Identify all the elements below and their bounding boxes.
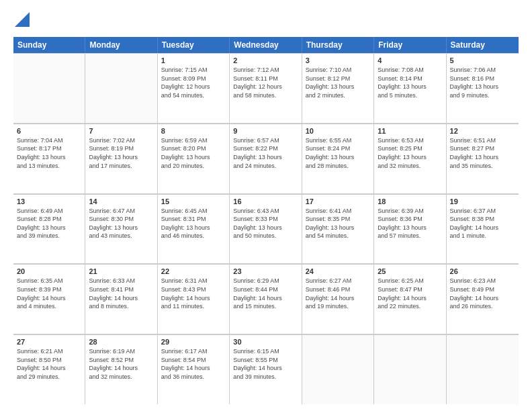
cell-info: Sunrise: 6:59 AM Sunset: 8:20 PM Dayligh… (161, 136, 226, 170)
cell-info: Sunrise: 6:55 AM Sunset: 8:24 PM Dayligh… (306, 136, 370, 170)
cal-week-1: 1Sunrise: 7:15 AM Sunset: 8:09 PM Daylig… (13, 53, 519, 124)
cell-info: Sunrise: 6:25 AM Sunset: 8:47 PM Dayligh… (378, 277, 442, 310)
day-number: 12 (450, 127, 515, 135)
cal-week-5: 27Sunrise: 6:21 AM Sunset: 8:50 PM Dayli… (13, 334, 519, 404)
cal-cell (374, 334, 446, 404)
cell-info: Sunrise: 7:08 AM Sunset: 8:14 PM Dayligh… (378, 66, 442, 99)
day-number: 11 (378, 127, 442, 135)
day-number: 22 (161, 267, 226, 275)
calendar-body: 1Sunrise: 7:15 AM Sunset: 8:09 PM Daylig… (13, 53, 519, 404)
cal-cell (302, 334, 374, 404)
day-number: 25 (378, 267, 442, 275)
cell-info: Sunrise: 6:47 AM Sunset: 8:30 PM Dayligh… (89, 207, 153, 240)
day-number: 17 (306, 197, 370, 205)
cal-header-tuesday: Tuesday (158, 37, 230, 53)
cal-header-thursday: Thursday (302, 37, 374, 53)
day-number: 13 (17, 197, 81, 205)
logo (13, 12, 30, 30)
day-number: 4 (378, 56, 442, 64)
day-number: 23 (233, 267, 298, 275)
cal-week-3: 13Sunrise: 6:49 AM Sunset: 8:28 PM Dayli… (13, 194, 519, 265)
day-number: 6 (17, 127, 81, 135)
cell-info: Sunrise: 6:21 AM Sunset: 8:50 PM Dayligh… (17, 347, 81, 381)
cal-cell: 22Sunrise: 6:31 AM Sunset: 8:43 PM Dayli… (158, 264, 230, 334)
day-number: 14 (89, 197, 153, 205)
cell-info: Sunrise: 6:53 AM Sunset: 8:25 PM Dayligh… (378, 136, 442, 170)
cell-info: Sunrise: 6:37 AM Sunset: 8:38 PM Dayligh… (450, 207, 515, 240)
cal-cell: 28Sunrise: 6:19 AM Sunset: 8:52 PM Dayli… (85, 334, 157, 404)
cal-cell: 29Sunrise: 6:17 AM Sunset: 8:54 PM Dayli… (158, 334, 230, 404)
day-number: 20 (17, 267, 81, 275)
day-number: 1 (161, 56, 226, 64)
cell-info: Sunrise: 6:49 AM Sunset: 8:28 PM Dayligh… (17, 207, 81, 240)
cal-cell: 11Sunrise: 6:53 AM Sunset: 8:25 PM Dayli… (374, 124, 446, 193)
cal-header-monday: Monday (85, 37, 157, 53)
cal-header-sunday: Sunday (13, 37, 85, 53)
day-number: 8 (161, 127, 226, 135)
day-number: 18 (378, 197, 442, 205)
cell-info: Sunrise: 6:35 AM Sunset: 8:39 PM Dayligh… (17, 277, 81, 310)
cell-info: Sunrise: 6:15 AM Sunset: 8:55 PM Dayligh… (233, 347, 298, 381)
cal-cell: 18Sunrise: 6:39 AM Sunset: 8:36 PM Dayli… (374, 194, 446, 264)
cal-cell: 1Sunrise: 7:15 AM Sunset: 8:09 PM Daylig… (158, 53, 230, 123)
cal-cell: 23Sunrise: 6:29 AM Sunset: 8:44 PM Dayli… (230, 264, 302, 334)
day-number: 10 (306, 127, 370, 135)
day-number: 29 (161, 338, 226, 346)
cell-info: Sunrise: 6:41 AM Sunset: 8:35 PM Dayligh… (306, 207, 370, 240)
cal-cell: 4Sunrise: 7:08 AM Sunset: 8:14 PM Daylig… (374, 53, 446, 123)
cal-cell: 15Sunrise: 6:45 AM Sunset: 8:31 PM Dayli… (158, 194, 230, 264)
cal-cell: 12Sunrise: 6:51 AM Sunset: 8:27 PM Dayli… (447, 124, 519, 193)
day-number: 16 (233, 197, 298, 205)
day-number: 2 (233, 56, 298, 64)
cal-cell: 10Sunrise: 6:55 AM Sunset: 8:24 PM Dayli… (302, 124, 374, 193)
cal-cell: 17Sunrise: 6:41 AM Sunset: 8:35 PM Dayli… (302, 194, 374, 264)
cell-info: Sunrise: 6:45 AM Sunset: 8:31 PM Dayligh… (161, 207, 226, 240)
cal-cell: 20Sunrise: 6:35 AM Sunset: 8:39 PM Dayli… (13, 264, 85, 334)
cal-week-2: 6Sunrise: 7:04 AM Sunset: 8:17 PM Daylig… (13, 124, 519, 194)
cell-info: Sunrise: 7:10 AM Sunset: 8:12 PM Dayligh… (306, 66, 370, 99)
cal-cell (13, 53, 85, 123)
day-number: 5 (450, 56, 515, 64)
cell-info: Sunrise: 7:12 AM Sunset: 8:11 PM Dayligh… (233, 66, 298, 99)
cell-info: Sunrise: 6:19 AM Sunset: 8:52 PM Dayligh… (89, 347, 153, 381)
svg-marker-0 (15, 12, 30, 27)
cell-info: Sunrise: 7:15 AM Sunset: 8:09 PM Dayligh… (161, 66, 226, 99)
cell-info: Sunrise: 6:27 AM Sunset: 8:46 PM Dayligh… (306, 277, 370, 310)
day-number: 26 (450, 267, 515, 275)
day-number: 24 (306, 267, 370, 275)
day-number: 30 (233, 338, 298, 346)
cal-cell: 5Sunrise: 7:06 AM Sunset: 8:16 PM Daylig… (447, 53, 519, 123)
cell-info: Sunrise: 6:23 AM Sunset: 8:49 PM Dayligh… (450, 277, 515, 310)
cal-cell: 19Sunrise: 6:37 AM Sunset: 8:38 PM Dayli… (447, 194, 519, 264)
cal-cell: 7Sunrise: 7:02 AM Sunset: 8:19 PM Daylig… (85, 124, 157, 193)
logo-icon (15, 12, 30, 27)
cell-info: Sunrise: 6:43 AM Sunset: 8:33 PM Dayligh… (233, 207, 298, 240)
cell-info: Sunrise: 6:29 AM Sunset: 8:44 PM Dayligh… (233, 277, 298, 310)
cell-info: Sunrise: 6:31 AM Sunset: 8:43 PM Dayligh… (161, 277, 226, 310)
cal-week-4: 20Sunrise: 6:35 AM Sunset: 8:39 PM Dayli… (13, 264, 519, 334)
cell-info: Sunrise: 6:17 AM Sunset: 8:54 PM Dayligh… (161, 347, 226, 381)
cell-info: Sunrise: 7:06 AM Sunset: 8:16 PM Dayligh… (450, 66, 515, 99)
cal-cell (85, 53, 157, 123)
cal-header-saturday: Saturday (447, 37, 519, 53)
cal-cell: 16Sunrise: 6:43 AM Sunset: 8:33 PM Dayli… (230, 194, 302, 264)
cell-info: Sunrise: 6:57 AM Sunset: 8:22 PM Dayligh… (233, 136, 298, 170)
cell-info: Sunrise: 6:51 AM Sunset: 8:27 PM Dayligh… (450, 136, 515, 170)
day-number: 28 (89, 338, 153, 346)
cal-cell: 6Sunrise: 7:04 AM Sunset: 8:17 PM Daylig… (13, 124, 85, 193)
day-number: 27 (17, 338, 81, 346)
cell-info: Sunrise: 7:02 AM Sunset: 8:19 PM Dayligh… (89, 136, 153, 170)
day-number: 7 (89, 127, 153, 135)
cal-cell: 25Sunrise: 6:25 AM Sunset: 8:47 PM Dayli… (374, 264, 446, 334)
cal-header-wednesday: Wednesday (230, 37, 302, 53)
cal-cell: 14Sunrise: 6:47 AM Sunset: 8:30 PM Dayli… (85, 194, 157, 264)
cell-info: Sunrise: 7:04 AM Sunset: 8:17 PM Dayligh… (17, 136, 81, 170)
cal-cell: 26Sunrise: 6:23 AM Sunset: 8:49 PM Dayli… (447, 264, 519, 334)
cal-cell: 9Sunrise: 6:57 AM Sunset: 8:22 PM Daylig… (230, 124, 302, 193)
day-number: 15 (161, 197, 226, 205)
cal-header-friday: Friday (374, 37, 446, 53)
cal-cell: 13Sunrise: 6:49 AM Sunset: 8:28 PM Dayli… (13, 194, 85, 264)
cell-info: Sunrise: 6:33 AM Sunset: 8:41 PM Dayligh… (89, 277, 153, 310)
day-number: 19 (450, 197, 515, 205)
page: SundayMondayTuesdayWednesdayThursdayFrid… (0, 0, 532, 411)
